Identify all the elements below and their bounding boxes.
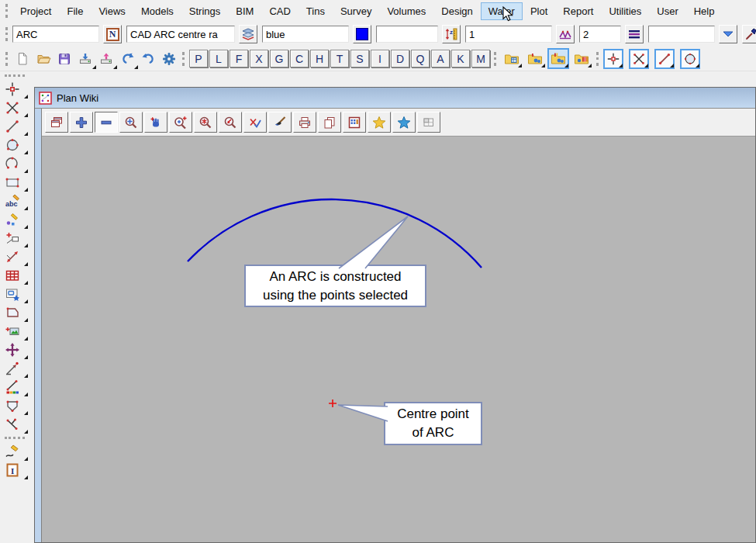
snap-line-button[interactable] [654,49,675,69]
zoom-out-button[interactable] [95,112,118,133]
settings-button[interactable] [159,48,179,69]
brush-button[interactable] [268,112,292,133]
function-layers-button[interactable] [239,25,257,43]
favourites-blue-button[interactable] [392,112,416,133]
menu-volumes[interactable]: Volumes [379,2,433,20]
undo-button[interactable] [117,48,137,69]
toolbar-grip-4[interactable] [182,52,185,66]
weight-style-button[interactable] [625,25,644,43]
toolbar-grip[interactable] [5,27,8,41]
snap-cross-button[interactable] [629,49,649,69]
cad-move-tool[interactable] [3,341,29,359]
toolbar-grip-3[interactable] [5,52,8,66]
model-folder-button-1[interactable] [524,48,546,69]
cad-freehand-tool[interactable] [3,442,29,461]
view-button-g[interactable]: G [270,50,288,67]
zoom-previous-button[interactable] [194,112,217,133]
zoom-in-button[interactable] [70,112,93,133]
attribute-input-7[interactable] [648,26,715,43]
view-button-h[interactable]: H [310,50,329,67]
view-menu-button[interactable] [45,112,68,133]
cad-symbol-tool[interactable] [3,229,29,247]
import-button[interactable] [75,48,95,69]
menu-models[interactable]: Models [133,2,181,20]
view-button-x[interactable]: X [250,50,268,67]
cad-circle-tool[interactable] [3,136,29,154]
view-button-i[interactable]: I [371,50,389,67]
library-button[interactable] [501,48,523,69]
menu-report[interactable]: Report [555,2,601,20]
new-button[interactable] [12,48,33,69]
cad-measure-tool[interactable] [3,247,29,266]
cad-rectangle-tool[interactable] [3,173,29,192]
menubar-grip[interactable] [5,4,8,18]
redraw-button[interactable] [243,112,267,133]
cad-text-tool[interactable]: abc [3,192,29,210]
cad-delete-tool[interactable] [3,415,29,434]
cad-draw-tool[interactable] [3,210,29,229]
copy-view-button[interactable] [318,112,341,133]
cad-window-select-tool[interactable] [3,285,29,303]
dropdown-button[interactable] [719,25,737,43]
save-button[interactable] [54,48,74,69]
cad-line-tool[interactable] [3,117,29,136]
menu-file[interactable]: File [59,2,91,20]
menu-strings[interactable]: Strings [181,2,228,20]
menu-views[interactable]: Views [91,2,133,20]
snap-circle-button[interactable] [680,49,700,69]
plan-canvas[interactable]: An ARC is constructed using the points s… [42,137,755,542]
cad-image-tool[interactable] [3,322,29,341]
favourites-button[interactable] [368,112,391,133]
z-height-button[interactable]: z [442,25,461,43]
menu-cad[interactable]: CAD [261,2,298,20]
view-button-c[interactable]: C [290,50,309,67]
cad-shield-polygon-tool[interactable] [3,396,29,415]
menu-design[interactable]: Design [433,2,480,20]
redo-button[interactable] [138,48,158,69]
snap-point-button[interactable] [603,49,623,69]
cad-textbox-tool[interactable]: I [3,461,29,479]
line-weight-input[interactable] [579,26,621,43]
menu-help[interactable]: Help [686,2,723,20]
menu-bim[interactable]: BIM [228,2,261,20]
view-button-a[interactable]: A [431,50,450,67]
menu-project[interactable]: Project [12,2,59,20]
view-button-d[interactable]: D [391,50,409,67]
cad-string-colour-tool[interactable] [3,378,29,396]
view-button-p[interactable]: P [189,50,208,67]
menu-water[interactable]: Water [481,2,523,20]
view-button-f[interactable]: F [230,50,248,67]
name-picker-button[interactable]: N [103,25,122,43]
print-button[interactable] [293,112,316,133]
model-folder-button-2[interactable] [547,48,569,69]
pan-button[interactable] [144,112,167,133]
menu-survey[interactable]: Survey [333,2,379,20]
view-button-s[interactable]: S [350,50,369,67]
toolbar-grip-5[interactable] [494,52,496,66]
colour-picker-button[interactable] [353,25,371,43]
zoom-dynamic-button[interactable] [119,112,143,133]
height-style-button[interactable] [556,25,575,43]
model-folder-button-3[interactable] [571,48,592,69]
palette-grip[interactable] [5,74,25,77]
cad-function-input[interactable] [126,26,235,43]
zoom-mode-button[interactable] [219,112,242,133]
cad-point-tool[interactable] [3,80,29,99]
attribute-input-4[interactable] [376,26,438,43]
cad-arc-tool[interactable] [3,154,29,173]
export-button[interactable] [96,48,116,69]
menu-plot[interactable]: Plot [523,2,555,20]
cad-multipoint-tool[interactable] [3,99,29,117]
cad-table-tool[interactable] [3,266,29,285]
view-settings-button[interactable] [343,112,366,133]
view-button-t[interactable]: T [330,50,349,67]
colour-input[interactable] [262,26,349,43]
cad-point-arrow-tool[interactable] [3,359,29,378]
view-button-l[interactable]: L [209,50,228,67]
plan-wiki-titlebar[interactable]: Plan Wiki [35,88,755,109]
menu-tins[interactable]: Tins [299,2,333,20]
view-button-q[interactable]: Q [411,50,430,67]
eyedropper-button[interactable] [742,25,756,43]
string-name-input[interactable] [12,26,99,43]
zoom-extent-button[interactable] [169,112,192,133]
